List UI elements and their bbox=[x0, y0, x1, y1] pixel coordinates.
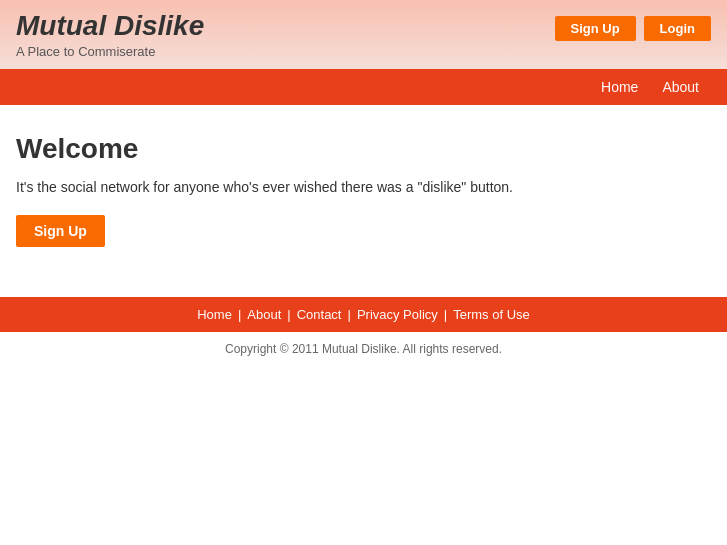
footer-link-terms-of-use[interactable]: Terms of Use bbox=[453, 307, 530, 322]
copyright: Copyright © 2011 Mutual Dislike. All rig… bbox=[0, 332, 727, 362]
footer-separator: | bbox=[341, 307, 356, 322]
header: Mutual Dislike A Place to Commiserate Si… bbox=[0, 0, 727, 69]
welcome-text: It's the social network for anyone who's… bbox=[16, 179, 711, 195]
navbar: Home About bbox=[0, 69, 727, 105]
footer-link-contact[interactable]: Contact bbox=[297, 307, 342, 322]
site-title: Mutual Dislike bbox=[16, 10, 204, 42]
header-left: Mutual Dislike A Place to Commiserate bbox=[16, 10, 204, 59]
nav-home[interactable]: Home bbox=[589, 79, 650, 95]
footer-link-home[interactable]: Home bbox=[197, 307, 232, 322]
footer-separator: | bbox=[438, 307, 453, 322]
footer-separator: | bbox=[281, 307, 296, 322]
welcome-title: Welcome bbox=[16, 133, 711, 165]
footer-link-about[interactable]: About bbox=[247, 307, 281, 322]
footer-nav: Home|About|Contact|Privacy Policy|Terms … bbox=[0, 297, 727, 332]
header-login-button[interactable]: Login bbox=[644, 16, 711, 41]
footer-link-privacy-policy[interactable]: Privacy Policy bbox=[357, 307, 438, 322]
header-signup-button[interactable]: Sign Up bbox=[555, 16, 636, 41]
footer-separator: | bbox=[232, 307, 247, 322]
header-buttons: Sign Up Login bbox=[555, 16, 712, 41]
main-content: Welcome It's the social network for anyo… bbox=[0, 105, 727, 267]
nav-about[interactable]: About bbox=[650, 79, 711, 95]
main-signup-button[interactable]: Sign Up bbox=[16, 215, 105, 247]
site-tagline: A Place to Commiserate bbox=[16, 44, 204, 59]
